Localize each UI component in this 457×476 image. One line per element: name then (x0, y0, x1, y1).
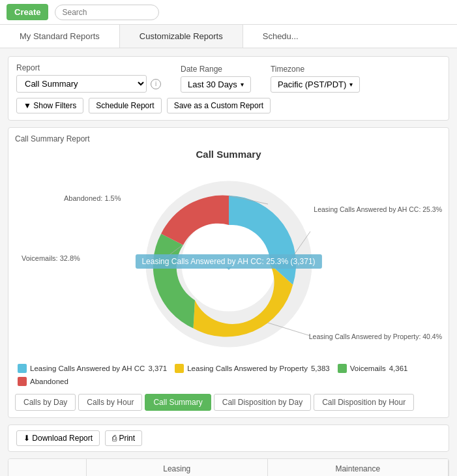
bottom-tabs: Calls by Day Calls by Hour Call Summary … (15, 394, 442, 411)
legend-label-voicemails: Voicemails (350, 364, 386, 372)
th-maintenance: Maintenance (268, 459, 449, 476)
report-select-wrap: Call Summary i (16, 75, 161, 93)
btab-call-disposition-hour[interactable]: Call Disposition by Hour (314, 394, 414, 411)
label-voicemails: Voicemails: 32.8% (22, 254, 80, 262)
table-section: Leasing Maintenance (8, 458, 449, 476)
btab-calls-by-hour[interactable]: Calls by Hour (78, 394, 142, 411)
chart-title: Call Summary (15, 149, 442, 160)
chart-tooltip: Leasing Calls Answered by AH CC: 25.3% (… (135, 254, 321, 269)
download-button[interactable]: ⬇ Download Report (16, 430, 100, 446)
label-leasing-ah: Leasing Calls Answered by AH CC: 25.3% (314, 205, 442, 213)
save-custom-button[interactable]: Save as a Custom Report (167, 98, 271, 113)
main-content: Report Call Summary i Date Range Last 30… (0, 48, 457, 476)
legend-color-abandoned (18, 377, 27, 386)
controls-row2: ▼ Show Filters Schedule Report Save as a… (16, 98, 441, 113)
download-bar: ⬇ Download Report ⎙ Print (8, 424, 449, 452)
legend-item-ah: Leasing Calls Answered by AH CC 3,371 (18, 364, 167, 373)
legend-color-property (175, 364, 184, 373)
btab-call-summary[interactable]: Call Summary (145, 394, 211, 411)
print-button[interactable]: ⎙ Print (105, 430, 142, 446)
legend-color-ah (18, 364, 27, 373)
date-range-group: Date Range Last 30 Days (181, 65, 251, 93)
controls-row1: Report Call Summary i Date Range Last 30… (16, 63, 441, 93)
search-input[interactable] (55, 5, 159, 20)
legend-item-voicemails: Voicemails 4,361 (338, 364, 408, 373)
legend-value-ah: 3,371 (148, 364, 167, 372)
chart-section-title: Call Summary Report (15, 134, 442, 143)
chart-section: Call Summary Report Call Summary Abandon… (8, 127, 449, 418)
table-header: Leasing Maintenance (8, 459, 449, 476)
main-tabs: My Standard Reports Customizable Reports… (0, 25, 457, 48)
th-leasing: Leasing (87, 459, 268, 476)
timezone-group: Timezone Pacific (PST/PDT) (271, 65, 360, 93)
legend-item-abandoned: Abandoned (18, 377, 68, 386)
tab-customizable[interactable]: Customizable Reports (120, 25, 243, 48)
report-select[interactable]: Call Summary (16, 75, 147, 93)
tab-scheduled[interactable]: Schedu... (243, 25, 318, 48)
date-range-button[interactable]: Last 30 Days (181, 76, 251, 93)
chart-area: Abandoned: 1.5% Voicemails: 32.8% Leasin… (15, 170, 442, 359)
legend-label-property: Leasing Calls Answered by Property (187, 364, 308, 372)
legend-value-property: 5,383 (311, 364, 330, 372)
legend-color-voicemails (338, 364, 347, 373)
info-icon[interactable]: i (151, 79, 161, 89)
label-abandoned: Abandoned: 1.5% (64, 194, 121, 202)
segment-voicemails[interactable] (153, 234, 194, 329)
date-range-label: Date Range (181, 65, 251, 74)
btab-calls-by-day[interactable]: Calls by Day (15, 394, 76, 411)
timezone-label: Timezone (271, 65, 360, 74)
legend-value-voicemails: 4,361 (389, 364, 408, 372)
timezone-button[interactable]: Pacific (PST/PDT) (271, 76, 360, 93)
legend-label-abandoned: Abandoned (30, 378, 68, 385)
chart-legend: Leasing Calls Answered by AH CC 3,371 Le… (15, 359, 442, 389)
tab-my-standard[interactable]: My Standard Reports (0, 25, 120, 48)
legend-item-property: Leasing Calls Answered by Property 5,383 (175, 364, 330, 373)
btab-call-disposition-day[interactable]: Call Disposition by Day (214, 394, 311, 411)
create-button[interactable]: Create (7, 4, 48, 20)
schedule-report-button[interactable]: Schedule Report (89, 98, 161, 113)
report-group: Report Call Summary i (16, 63, 161, 93)
label-leasing-prop: Leasing Calls Answered by Property: 40.4… (309, 333, 442, 340)
show-filters-button[interactable]: ▼ Show Filters (16, 98, 83, 113)
legend-label-ah: Leasing Calls Answered by AH CC (30, 364, 145, 372)
th-empty (8, 459, 87, 476)
report-controls: Report Call Summary i Date Range Last 30… (8, 56, 449, 121)
report-label: Report (16, 63, 161, 72)
top-nav: Create (0, 0, 457, 25)
